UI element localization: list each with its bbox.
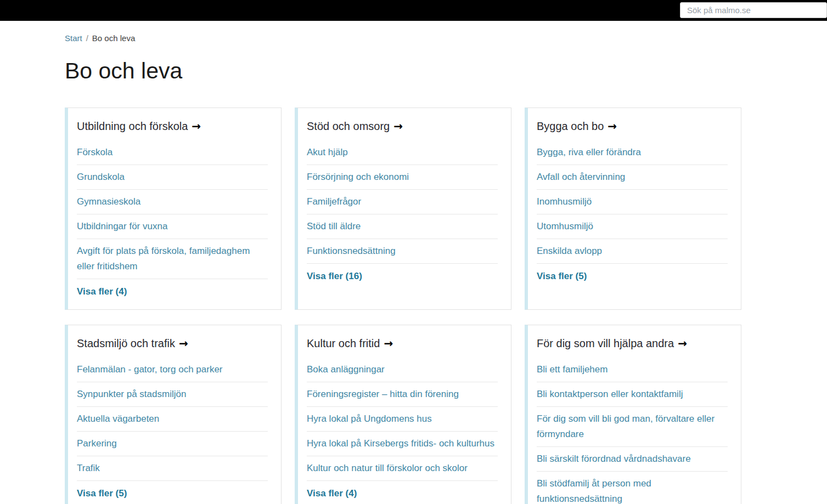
category-link[interactable]: Avgift för plats på förskola, familjedag… bbox=[77, 239, 268, 279]
category-link-list: FörskolaGrundskolaGymnasieskolaUtbildnin… bbox=[77, 140, 268, 302]
link-item: Bli stödfamilj åt person med funktionsne… bbox=[537, 472, 728, 504]
category-card: Kultur och fritid→ Boka anläggningarFöre… bbox=[295, 325, 511, 504]
category-link[interactable]: Aktuella vägarbeten bbox=[77, 407, 268, 431]
category-card-title-text: Stöd och omsorg bbox=[307, 120, 390, 132]
link-item: Trafik bbox=[77, 456, 268, 481]
link-item: Stöd till äldre bbox=[307, 214, 498, 239]
show-more-item: Visa fler (4) bbox=[307, 481, 498, 503]
category-link-list: Bygga, riva eller förändraAvfall och åte… bbox=[537, 140, 728, 286]
category-link[interactable]: Boka anläggningar bbox=[307, 358, 498, 382]
show-more-link[interactable]: Visa fler (5) bbox=[537, 264, 728, 286]
category-link[interactable]: För dig som vill bli god man, förvaltare… bbox=[537, 407, 728, 446]
category-link[interactable]: Föreningsregister – hitta din förening bbox=[307, 382, 498, 406]
category-link[interactable]: Felanmälan - gator, torg och parker bbox=[77, 358, 268, 382]
category-link[interactable]: Parkering bbox=[77, 432, 268, 456]
link-item: Bygga, riva eller förändra bbox=[537, 140, 728, 165]
link-item: Försörjning och ekonomi bbox=[307, 165, 498, 190]
link-item: Enskilda avlopp bbox=[537, 239, 728, 264]
link-item: Utbildningar för vuxna bbox=[77, 214, 268, 239]
category-card-title-text: För dig som vill hjälpa andra bbox=[537, 337, 674, 349]
category-link[interactable]: Bli särskilt förordnad vårdnadshavare bbox=[537, 447, 728, 471]
show-more-item: Visa fler (5) bbox=[537, 264, 728, 286]
category-card-title-link[interactable]: Utbildning och förskola→ bbox=[77, 119, 268, 134]
category-card-title-text: Bygga och bo bbox=[537, 120, 604, 132]
category-link[interactable]: Gymnasieskola bbox=[77, 190, 268, 214]
arrow-right-icon: → bbox=[179, 337, 188, 350]
category-link[interactable]: Bygga, riva eller förändra bbox=[537, 140, 728, 165]
breadcrumb-start-link[interactable]: Start bbox=[65, 33, 82, 43]
link-item: Hyra lokal på Ungdomens hus bbox=[307, 407, 498, 432]
link-item: Bli särskilt förordnad vårdnadshavare bbox=[537, 447, 728, 472]
link-item: Synpunkter på stadsmiljön bbox=[77, 382, 268, 407]
link-item: Aktuella vägarbeten bbox=[77, 407, 268, 432]
link-item: Föreningsregister – hitta din förening bbox=[307, 382, 498, 407]
category-link[interactable]: Bli ett familjehem bbox=[537, 358, 728, 382]
breadcrumb-current: Bo och leva bbox=[92, 33, 135, 43]
category-link-list: Bli ett familjehemBli kontaktperson elle… bbox=[537, 358, 728, 504]
link-item: Akut hjälp bbox=[307, 140, 498, 165]
category-card-title-link[interactable]: Stöd och omsorg→ bbox=[307, 119, 498, 134]
category-card-title-text: Stadsmiljö och trafik bbox=[77, 337, 175, 349]
main-content: Start/Bo och leva Bo och leva Utbildning… bbox=[65, 33, 741, 504]
category-link[interactable]: Trafik bbox=[77, 456, 268, 480]
category-link[interactable]: Akut hjälp bbox=[307, 140, 498, 165]
category-link[interactable]: Utomhusmiljö bbox=[537, 214, 728, 239]
link-item: Parkering bbox=[77, 432, 268, 456]
category-card: För dig som vill hjälpa andra→ Bli ett f… bbox=[525, 325, 741, 504]
category-link[interactable]: Hyra lokal på Ungdomens hus bbox=[307, 407, 498, 431]
link-item: Familjefrågor bbox=[307, 190, 498, 214]
category-card: Stadsmiljö och trafik→ Felanmälan - gato… bbox=[65, 325, 282, 504]
category-link[interactable]: Synpunkter på stadsmiljön bbox=[77, 382, 268, 406]
link-item: Hyra lokal på Kirsebergs fritids- och ku… bbox=[307, 432, 498, 456]
category-card: Stöd och omsorg→ Akut hjälpFörsörjning o… bbox=[295, 107, 511, 310]
link-item: Förskola bbox=[77, 140, 268, 165]
link-item: Avgift för plats på förskola, familjedag… bbox=[77, 239, 268, 279]
link-item: Utomhusmiljö bbox=[537, 214, 728, 239]
category-card-title-link[interactable]: Stadsmiljö och trafik→ bbox=[77, 336, 268, 351]
category-link[interactable]: Kultur och natur till förskolor och skol… bbox=[307, 456, 498, 480]
link-item: För dig som vill bli god man, förvaltare… bbox=[537, 407, 728, 447]
category-link[interactable]: Hyra lokal på Kirsebergs fritids- och ku… bbox=[307, 432, 498, 456]
category-link[interactable]: Bli kontaktperson eller kontaktfamilj bbox=[537, 382, 728, 406]
category-link[interactable]: Enskilda avlopp bbox=[537, 239, 728, 263]
show-more-item: Visa fler (4) bbox=[77, 279, 268, 302]
category-link[interactable]: Förskola bbox=[77, 140, 268, 165]
show-more-link[interactable]: Visa fler (16) bbox=[307, 264, 498, 286]
category-card-title-link[interactable]: Bygga och bo→ bbox=[537, 119, 728, 134]
arrow-right-icon: → bbox=[393, 120, 403, 133]
show-more-item: Visa fler (5) bbox=[77, 481, 268, 503]
category-link[interactable]: Familjefrågor bbox=[307, 190, 498, 214]
show-more-link[interactable]: Visa fler (4) bbox=[307, 481, 498, 503]
category-card-title-text: Utbildning och förskola bbox=[77, 120, 188, 132]
category-link[interactable]: Avfall och återvinning bbox=[537, 165, 728, 189]
category-card-grid: Utbildning och förskola→ FörskolaGrundsk… bbox=[65, 107, 741, 504]
category-link-list: Felanmälan - gator, torg och parkerSynpu… bbox=[77, 358, 268, 503]
category-link-list: Akut hjälpFörsörjning och ekonomiFamilje… bbox=[307, 140, 498, 286]
category-link[interactable]: Utbildningar för vuxna bbox=[77, 214, 268, 239]
category-link[interactable]: Försörjning och ekonomi bbox=[307, 165, 498, 189]
link-item: Funktionsnedsättning bbox=[307, 239, 498, 264]
category-card-title-link[interactable]: För dig som vill hjälpa andra→ bbox=[537, 336, 728, 351]
category-link[interactable]: Inomhusmiljö bbox=[537, 190, 728, 214]
category-card: Bygga och bo→ Bygga, riva eller förändra… bbox=[525, 107, 741, 310]
category-card-title-link[interactable]: Kultur och fritid→ bbox=[307, 336, 498, 351]
link-item: Gymnasieskola bbox=[77, 190, 268, 214]
link-item: Bli ett familjehem bbox=[537, 358, 728, 382]
arrow-right-icon: → bbox=[678, 337, 687, 350]
category-link[interactable]: Grundskola bbox=[77, 165, 268, 189]
breadcrumb: Start/Bo och leva bbox=[65, 33, 741, 43]
category-link[interactable]: Stöd till äldre bbox=[307, 214, 498, 239]
arrow-right-icon: → bbox=[192, 120, 201, 133]
search-input[interactable] bbox=[680, 2, 827, 18]
category-link[interactable]: Bli stödfamilj åt person med funktionsne… bbox=[537, 472, 728, 504]
link-item: Boka anläggningar bbox=[307, 358, 498, 382]
show-more-item: Visa fler (16) bbox=[307, 264, 498, 286]
top-bar bbox=[0, 0, 827, 21]
breadcrumb-separator: / bbox=[86, 33, 88, 43]
category-link-list: Boka anläggningarFöreningsregister – hit… bbox=[307, 358, 498, 503]
show-more-link[interactable]: Visa fler (4) bbox=[77, 279, 268, 302]
link-item: Inomhusmiljö bbox=[537, 190, 728, 214]
show-more-link[interactable]: Visa fler (5) bbox=[77, 481, 268, 503]
category-link[interactable]: Funktionsnedsättning bbox=[307, 239, 498, 263]
link-item: Grundskola bbox=[77, 165, 268, 190]
